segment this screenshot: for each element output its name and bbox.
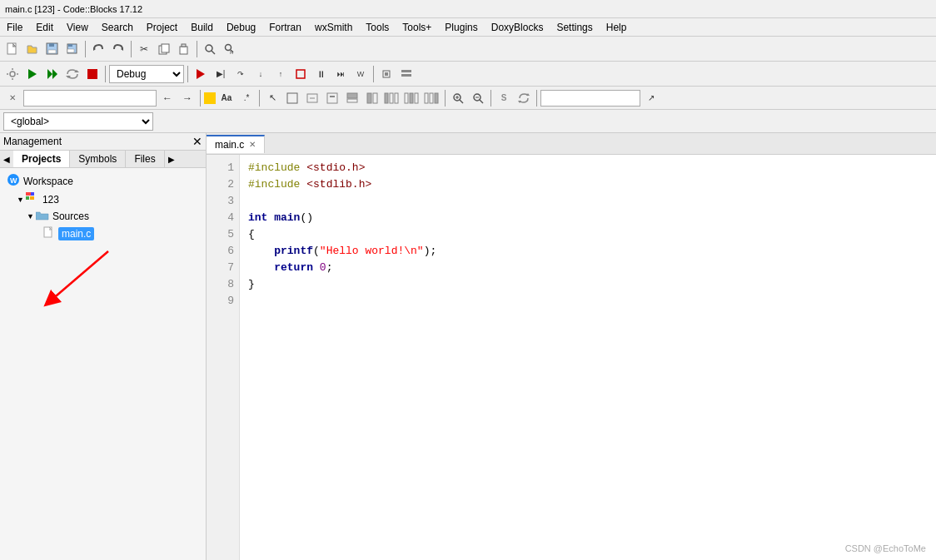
cursor-mode-button[interactable]: ↖	[263, 89, 281, 107]
menu-item-wxsmith[interactable]: wxSmith	[308, 20, 359, 35]
menu-item-file[interactable]: File	[0, 20, 29, 35]
management-close-button[interactable]: ✕	[192, 135, 202, 148]
search-input[interactable]	[23, 90, 157, 107]
redo-button[interactable]	[109, 40, 127, 58]
find-button[interactable]	[201, 40, 219, 58]
expand-button[interactable]: ↗	[642, 89, 660, 107]
line-num-5: 5	[207, 226, 239, 243]
line-numbers: 1 2 3 4 5 6 7 8 9	[207, 155, 240, 560]
search-back-button[interactable]: ←	[158, 89, 177, 107]
separator	[445, 90, 446, 107]
menu-item-plugins[interactable]: Plugins	[438, 20, 484, 35]
menu-item-help[interactable]: Help	[600, 20, 634, 35]
menu-item-search[interactable]: Search	[95, 20, 140, 35]
cpu-button[interactable]	[377, 65, 396, 83]
build-run-button[interactable]	[43, 65, 62, 83]
svg-line-54	[460, 100, 463, 103]
paste-button[interactable]	[175, 40, 193, 58]
sources-label: Sources	[52, 211, 89, 222]
cut-button[interactable]: ✂	[135, 40, 153, 58]
separator	[200, 90, 201, 107]
refresh-button[interactable]	[515, 89, 533, 107]
menu-item-fortran[interactable]: Fortran	[262, 20, 308, 35]
line-num-3: 3	[207, 193, 239, 210]
undo-button[interactable]	[89, 40, 107, 58]
separator	[85, 41, 86, 57]
debug-step-in-button[interactable]: ↓	[251, 65, 270, 83]
management-title: Management	[3, 136, 62, 147]
titlebar: main.c [123] - Code::Blocks 17.12	[0, 0, 936, 18]
debug-continue-button[interactable]: ⏭	[331, 65, 350, 83]
debug-run-button[interactable]	[192, 65, 210, 83]
copy-button[interactable]	[155, 40, 173, 58]
tree-workspace[interactable]: W Workspace	[0, 171, 206, 191]
separator	[187, 66, 188, 82]
highlight-button[interactable]	[204, 92, 216, 104]
menu-item-project[interactable]: Project	[140, 20, 184, 35]
tree-project[interactable]: ▼ 123	[0, 191, 206, 208]
debug-config-select[interactable]: Debug	[109, 65, 184, 83]
debug-pause-button[interactable]: ⏸	[311, 65, 330, 83]
management-panel: Management ✕ ◀ Projects Symbols Files ▶ …	[0, 133, 207, 560]
img-btn3[interactable]	[343, 89, 361, 107]
menu-item-debug[interactable]: Debug	[220, 20, 262, 35]
toolbar-build: Debug ▶| ↷ ↓ ↑ ⏸ ⏭ W	[0, 62, 936, 87]
settings-button[interactable]	[3, 65, 22, 83]
img-btn5[interactable]	[383, 89, 401, 107]
img-btn1[interactable]	[303, 89, 321, 107]
tab-label: main.c	[215, 139, 244, 151]
new-button[interactable]	[3, 40, 22, 58]
menu-item-edit[interactable]: Edit	[29, 20, 60, 35]
debug-step-out-button[interactable]: ↑	[271, 65, 290, 83]
save-button[interactable]	[43, 40, 62, 58]
menu-item-tools[interactable]: Tools	[359, 20, 396, 35]
regex-button[interactable]: .*	[237, 89, 256, 107]
goto-input[interactable]	[540, 90, 640, 107]
code-editor[interactable]: #include <stdio.h> #include <stdlib.h> i…	[240, 155, 936, 560]
rect-select-button[interactable]	[283, 89, 301, 107]
svg-rect-39	[330, 96, 335, 97]
replace-button[interactable]: R	[221, 40, 239, 58]
open-button[interactable]	[23, 40, 42, 58]
editor-tab-mainc[interactable]: main.c ✕	[207, 135, 265, 153]
tab-close-button[interactable]: ✕	[249, 140, 256, 149]
img-btn2[interactable]	[323, 89, 341, 107]
tree-sources[interactable]: ▼ Sources	[0, 208, 206, 225]
img-btn6[interactable]	[403, 89, 421, 107]
search-forward-button[interactable]: →	[178, 89, 197, 107]
tab-symbols[interactable]: Symbols	[70, 151, 126, 167]
tab-right-arrow[interactable]: ▶	[165, 152, 178, 166]
match-case-button[interactable]: Aa	[217, 89, 236, 107]
zoom-in-button[interactable]	[449, 89, 467, 107]
menu-item-view[interactable]: View	[60, 20, 95, 35]
save-all-button[interactable]	[63, 40, 82, 58]
debug-next-button[interactable]: ↷	[232, 65, 250, 83]
scope-select[interactable]: <global>	[3, 112, 153, 131]
menu-item-build[interactable]: Build	[184, 20, 220, 35]
zoom-out-button[interactable]	[469, 89, 487, 107]
img-btn4[interactable]	[363, 89, 381, 107]
menu-item-doxyblocks[interactable]: DoxyBlocks	[485, 20, 550, 35]
svg-point-18	[10, 72, 15, 77]
run-button[interactable]	[23, 65, 42, 83]
svg-text:W: W	[10, 176, 17, 185]
tab-projects[interactable]: Projects	[13, 151, 70, 167]
debug-watch-button[interactable]: W	[351, 65, 370, 83]
more-button[interactable]	[397, 65, 416, 83]
rebuild-button[interactable]	[63, 65, 82, 83]
menu-item-tools+[interactable]: Tools+	[396, 20, 438, 35]
stop-button[interactable]	[83, 65, 102, 83]
img-btn7[interactable]	[423, 89, 441, 107]
menu-item-settings[interactable]: Settings	[550, 20, 599, 35]
svg-rect-2	[49, 43, 54, 47]
separator	[197, 41, 197, 57]
tab-left-arrow[interactable]: ◀	[0, 152, 13, 166]
debug-stop-button[interactable]	[291, 65, 310, 83]
tab-files[interactable]: Files	[126, 151, 164, 167]
debug-step-button[interactable]: ▶|	[212, 65, 230, 83]
close-search-button[interactable]: ✕	[3, 89, 22, 107]
tree-mainc[interactable]: main.c	[0, 225, 206, 242]
svg-rect-12	[182, 44, 186, 47]
bookmark-button[interactable]: S	[495, 89, 513, 107]
workspace-icon: W	[7, 173, 20, 189]
